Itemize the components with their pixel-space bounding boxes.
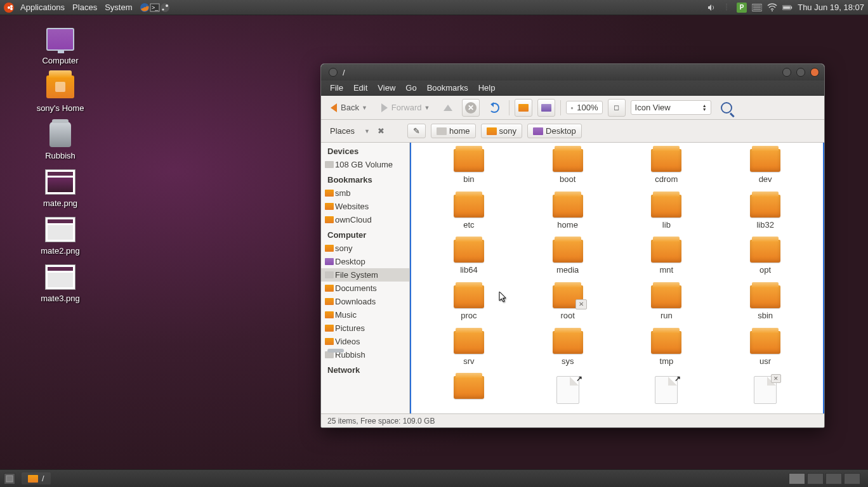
folder-label: opt bbox=[760, 265, 771, 275]
folder-media[interactable]: media bbox=[522, 240, 614, 278]
wifi-icon[interactable] bbox=[767, 3, 777, 13]
p-indicator-icon[interactable]: P bbox=[737, 3, 747, 13]
desktop-icon-mate2[interactable]: mate2.png bbox=[25, 216, 95, 256]
zoom-in-button[interactable]: ◻ bbox=[608, 99, 626, 117]
folder-icon bbox=[750, 331, 780, 354]
breadcrumb-sony[interactable]: sony bbox=[481, 124, 522, 138]
folder-home[interactable]: home bbox=[522, 195, 614, 233]
folder-sys[interactable]: sys bbox=[522, 331, 614, 369]
sidebar-item-websites[interactable]: Websites bbox=[321, 200, 409, 213]
computer-button[interactable] bbox=[537, 99, 555, 117]
workspace-3[interactable] bbox=[825, 473, 842, 484]
menu-bookmarks[interactable]: Bookmarks bbox=[422, 83, 473, 93]
menu-places[interactable]: Places bbox=[69, 3, 101, 12]
firefox-icon[interactable] bbox=[140, 3, 150, 13]
workspace-switcher[interactable] bbox=[789, 473, 860, 484]
folder-usr[interactable]: usr bbox=[719, 331, 812, 369]
up-button[interactable] bbox=[439, 99, 457, 117]
folder-mnt[interactable]: mnt bbox=[621, 240, 713, 278]
sidebar-item-file-system[interactable]: File System bbox=[321, 268, 409, 282]
sidebar-item-music[interactable]: Music bbox=[321, 308, 409, 321]
clock[interactable]: Thu Jun 19, 18:07 bbox=[798, 3, 864, 12]
edit-path-button[interactable]: ✎ bbox=[407, 124, 426, 138]
stop-button[interactable]: ✕ bbox=[462, 99, 480, 117]
folder-opt[interactable]: opt bbox=[719, 240, 812, 278]
sidebar-item-rubbish[interactable]: Rubbish bbox=[321, 348, 409, 361]
file-link-icon bbox=[556, 376, 579, 404]
item-partial[interactable] bbox=[423, 376, 515, 407]
breadcrumb-home[interactable]: home bbox=[431, 124, 476, 138]
sidebar-item-downloads[interactable]: Downloads bbox=[321, 295, 409, 308]
desktop-icon-rubbish[interactable]: Rubbish bbox=[25, 120, 95, 160]
sidebar-selector[interactable]: Places ▼ bbox=[326, 124, 374, 138]
menu-file[interactable]: File bbox=[325, 83, 348, 93]
folder-proc[interactable]: proc bbox=[423, 285, 515, 323]
folder-label: home bbox=[557, 220, 578, 230]
taskbar-item[interactable]: / bbox=[22, 472, 51, 484]
folder-lib[interactable]: lib bbox=[621, 195, 713, 233]
trash-icon bbox=[325, 351, 334, 358]
home-button[interactable] bbox=[515, 99, 532, 117]
desktop-icon-computer[interactable]: Computer bbox=[25, 25, 95, 65]
keyboard-icon[interactable] bbox=[752, 3, 762, 13]
search-button[interactable] bbox=[716, 99, 737, 117]
folder-tmp[interactable]: tmp bbox=[621, 331, 713, 369]
sidebar-item-videos[interactable]: Videos bbox=[321, 335, 409, 348]
workspace-2[interactable] bbox=[807, 473, 824, 484]
terminal-icon[interactable]: >_ bbox=[150, 3, 160, 13]
view-mode-select[interactable]: Icon View ▲▼ bbox=[631, 100, 711, 115]
menu-view[interactable]: View bbox=[372, 83, 400, 93]
back-button[interactable]: Back ▼ bbox=[326, 99, 372, 117]
titlebar[interactable]: / bbox=[321, 64, 824, 81]
icon-grid[interactable]: binbootcdromdevetchomeliblib32lib64media… bbox=[410, 143, 824, 413]
sidebar-item-pictures[interactable]: Pictures bbox=[321, 321, 409, 335]
zoom-control[interactable]: ▫ 100% bbox=[566, 101, 602, 114]
sidebar-item-sony[interactable]: sony bbox=[321, 242, 409, 255]
folder-cdrom[interactable]: cdrom bbox=[621, 149, 713, 187]
item-partial[interactable] bbox=[621, 376, 713, 407]
zoom-out-icon[interactable]: ▫ bbox=[570, 104, 573, 112]
folder-icon bbox=[553, 240, 583, 263]
sidebar-item-documents[interactable]: Documents bbox=[321, 282, 409, 295]
folder-sbin[interactable]: sbin bbox=[719, 285, 812, 323]
sidebar-item-owncloud[interactable]: ownCloud bbox=[321, 213, 409, 226]
maximize-button[interactable] bbox=[796, 68, 805, 77]
show-desktop-button[interactable] bbox=[4, 473, 15, 484]
computer-icon bbox=[541, 104, 551, 112]
menu-applications[interactable]: Applications bbox=[16, 3, 69, 12]
workspace-4[interactable] bbox=[844, 473, 860, 484]
steam-icon[interactable] bbox=[160, 3, 170, 13]
folder-etc[interactable]: etc bbox=[423, 195, 515, 233]
menu-edit[interactable]: Edit bbox=[348, 83, 372, 93]
folder-srv[interactable]: srv bbox=[423, 331, 515, 369]
sidebar-item-desktop[interactable]: Desktop bbox=[321, 255, 409, 268]
folder-bin[interactable]: bin bbox=[423, 149, 515, 187]
folder-icon bbox=[651, 149, 681, 172]
close-button[interactable] bbox=[810, 68, 819, 77]
item-partial[interactable] bbox=[522, 376, 614, 407]
close-sidebar-icon[interactable]: ✖ bbox=[378, 126, 385, 136]
desktop-icon-home[interactable]: sony's Home bbox=[25, 73, 95, 113]
sidebar-item-label: Pictures bbox=[335, 323, 365, 333]
sidebar-item-smb[interactable]: smb bbox=[321, 186, 409, 200]
reload-button[interactable] bbox=[485, 99, 504, 117]
desktop-icon-mate3[interactable]: mate3.png bbox=[25, 263, 95, 303]
folder-lib32[interactable]: lib32 bbox=[719, 195, 812, 233]
sidebar-item-108-gb-volume[interactable]: 108 GB Volume bbox=[321, 158, 409, 171]
forward-button[interactable]: Forward ▼ bbox=[377, 99, 435, 117]
desktop-icon-mate[interactable]: mate.png bbox=[25, 168, 95, 208]
battery-icon[interactable] bbox=[782, 3, 792, 13]
menu-system[interactable]: System bbox=[101, 3, 136, 12]
folder-dev[interactable]: dev bbox=[719, 149, 812, 187]
folder-boot[interactable]: boot bbox=[522, 149, 614, 187]
minimize-button[interactable] bbox=[782, 68, 791, 77]
volume-icon[interactable] bbox=[706, 3, 716, 13]
folder-run[interactable]: run bbox=[621, 285, 713, 323]
breadcrumb-desktop[interactable]: Desktop bbox=[527, 124, 582, 138]
item-partial[interactable] bbox=[719, 376, 812, 407]
workspace-1[interactable] bbox=[789, 473, 805, 484]
folder-root[interactable]: root bbox=[522, 285, 614, 323]
folder-lib64[interactable]: lib64 bbox=[423, 240, 515, 278]
menu-help[interactable]: Help bbox=[473, 83, 501, 93]
menu-go[interactable]: Go bbox=[400, 83, 421, 93]
